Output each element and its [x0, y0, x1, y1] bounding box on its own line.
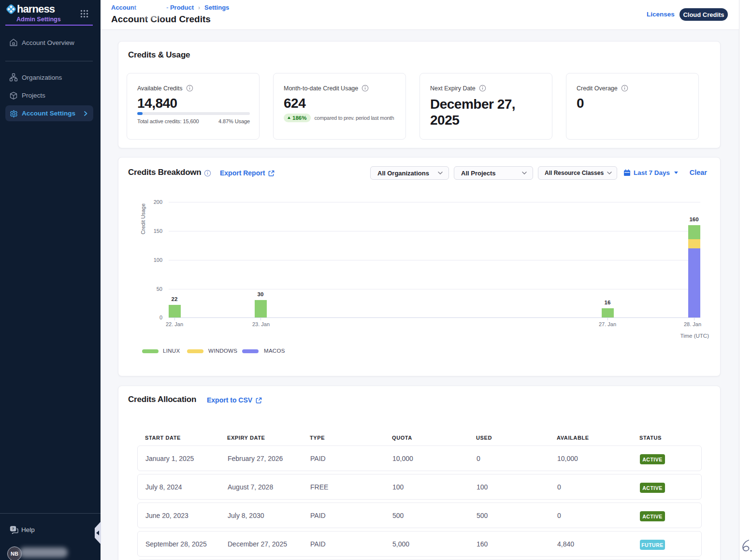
- svg-text:?: ?: [12, 527, 14, 531]
